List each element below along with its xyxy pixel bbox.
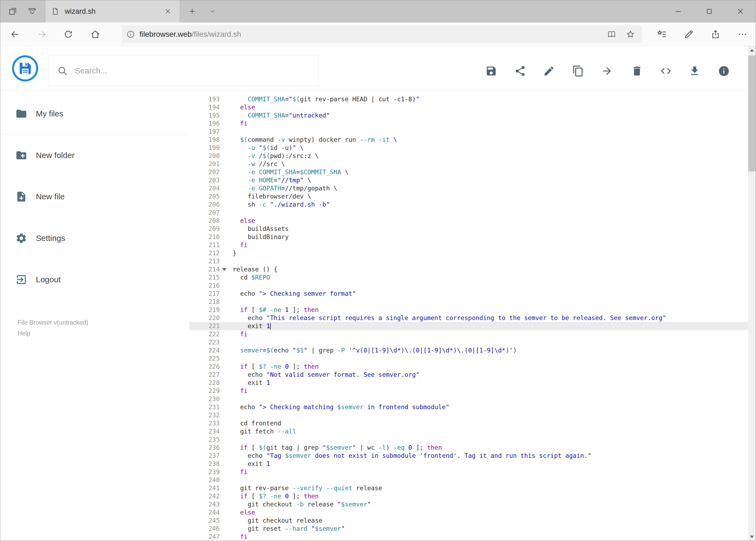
code-line[interactable]: 196 fi bbox=[189, 119, 748, 128]
reading-view-button[interactable] bbox=[604, 27, 619, 42]
code-line[interactable]: 225 bbox=[189, 354, 748, 362]
code-line[interactable]: 242 if [ $? -ne 0 ]; then bbox=[189, 492, 748, 500]
scrollbar-up-arrow[interactable] bbox=[748, 46, 756, 54]
code-line[interactable]: 246 git reset --hard "$semver" bbox=[189, 525, 748, 533]
code-line[interactable]: 236 if [ $(git tag | grep "$semver" | wc… bbox=[189, 443, 748, 452]
sidebar-item-new-file[interactable]: New file bbox=[0, 184, 189, 210]
favorite-button[interactable] bbox=[623, 27, 638, 42]
filebrowser-logo[interactable] bbox=[12, 55, 39, 82]
share-button[interactable] bbox=[513, 64, 528, 79]
copy-button[interactable] bbox=[571, 64, 586, 79]
move-button[interactable] bbox=[600, 64, 615, 79]
sidebar-item-settings[interactable]: Settings bbox=[0, 225, 189, 251]
url-field[interactable]: filebrowser.web/files/wizard.sh bbox=[122, 25, 642, 43]
code-line[interactable]: 247 fi bbox=[189, 533, 748, 541]
code-line[interactable]: 197 bbox=[189, 128, 748, 136]
code-line[interactable]: 241 git rev-parse --verify --quiet relea… bbox=[189, 484, 748, 492]
code-line[interactable]: 211 fi bbox=[189, 241, 748, 249]
code-line[interactable]: 209 buildAssets bbox=[189, 225, 748, 233]
help-link[interactable]: Help bbox=[18, 330, 30, 337]
tab-preview-toggle-button[interactable] bbox=[24, 0, 41, 22]
code-line[interactable]: 202 -e COMMIT_SHA=$COMMIT_SHA \ bbox=[189, 168, 748, 176]
code-line[interactable]: 207 bbox=[189, 209, 748, 217]
code-line[interactable]: 245 git checkout release bbox=[189, 516, 748, 525]
code-line[interactable]: 217 echo "> Checking semver format" bbox=[189, 289, 748, 297]
code-line[interactable]: 229 fi bbox=[189, 387, 748, 395]
back-button[interactable] bbox=[7, 27, 22, 42]
browser-menu-button[interactable] bbox=[735, 27, 750, 42]
code-line[interactable]: 206 sh -c "./wizard.sh -b" bbox=[189, 201, 748, 209]
code-line[interactable]: 208 else bbox=[189, 217, 748, 225]
code-line[interactable]: 234 git fetch --all bbox=[189, 427, 748, 435]
code-line[interactable]: 222 fi bbox=[189, 330, 748, 338]
code-line[interactable]: 243 git checkout -b release "$semver" bbox=[189, 500, 748, 508]
code-line[interactable]: 199 -u "$(id -u)" \ bbox=[189, 144, 748, 152]
sidebar-item-new-folder[interactable]: New folder bbox=[0, 142, 189, 168]
code-line[interactable]: 219 if [ $# -ne 1 ]; then bbox=[189, 306, 748, 314]
code-line[interactable]: 216 bbox=[189, 281, 748, 289]
code-line[interactable]: 239 fi bbox=[189, 468, 748, 476]
code-editor[interactable]: 193 COMMIT_SHA="$(git rev-parse HEAD | c… bbox=[189, 91, 748, 541]
code-line[interactable]: 193 COMMIT_SHA="$(git rev-parse HEAD | c… bbox=[189, 95, 748, 103]
code-line[interactable]: 223 bbox=[189, 338, 748, 346]
code-line[interactable]: 195 COMMIT_SHA="untracked" bbox=[189, 111, 748, 119]
info-button[interactable] bbox=[716, 64, 731, 79]
code-line[interactable]: 231 echo "> Checking matching $semver in… bbox=[189, 403, 748, 411]
browser-tab[interactable]: wizard.sh bbox=[45, 0, 180, 22]
save-button[interactable] bbox=[484, 64, 499, 79]
close-button[interactable] bbox=[725, 0, 756, 22]
rename-button[interactable] bbox=[541, 64, 557, 79]
delete-button[interactable] bbox=[630, 64, 644, 79]
download-button[interactable] bbox=[687, 64, 702, 79]
maximize-button[interactable] bbox=[694, 0, 725, 22]
code-line[interactable]: 201 -w //src \ bbox=[189, 160, 748, 168]
code-line[interactable]: 198 $(command -v winpty) docker run --rm… bbox=[189, 136, 748, 144]
code-line[interactable]: 214release () { bbox=[189, 265, 748, 273]
code-line[interactable]: 212} bbox=[189, 249, 748, 257]
page-scrollbar[interactable] bbox=[748, 46, 756, 541]
code-line[interactable]: 240 bbox=[189, 476, 748, 484]
code-line[interactable]: 230 bbox=[189, 395, 748, 403]
code-line[interactable]: 194 else bbox=[189, 103, 748, 111]
scrollbar-down-arrow[interactable] bbox=[748, 533, 756, 541]
code-line[interactable]: 213 bbox=[189, 257, 748, 265]
scrollbar-thumb[interactable] bbox=[748, 55, 756, 172]
code-line[interactable]: 224 semver=$(echo "$1" | grep -P '^v(0|[… bbox=[189, 346, 748, 354]
minimize-button[interactable] bbox=[662, 0, 694, 22]
hub-button[interactable] bbox=[654, 27, 670, 42]
forward-button[interactable] bbox=[35, 27, 50, 42]
code-line[interactable]: 233 cd frontend bbox=[189, 419, 748, 427]
code-line[interactable]: 215 cd $REPO bbox=[189, 273, 748, 281]
code-line[interactable]: 232 bbox=[189, 411, 748, 419]
code-line[interactable]: 218 bbox=[189, 297, 748, 306]
code-line[interactable]: 238 exit 1 bbox=[189, 460, 748, 468]
code-line[interactable]: 228 exit 1 bbox=[189, 379, 748, 387]
code-line[interactable]: 237 echo "Tag $semver does not exist in … bbox=[189, 452, 748, 460]
code-line[interactable]: 210 buildBinary bbox=[189, 233, 748, 241]
search-input[interactable] bbox=[75, 66, 310, 75]
tab-list-button[interactable] bbox=[204, 0, 221, 22]
share-page-button[interactable] bbox=[708, 27, 723, 42]
web-note-button[interactable] bbox=[681, 27, 696, 42]
code-line[interactable]: 205 filebrowser/dev \ bbox=[189, 192, 748, 201]
sidebar-item-my-files[interactable]: My files bbox=[0, 101, 189, 127]
code-line[interactable]: 235 bbox=[189, 435, 748, 443]
code-view-button[interactable] bbox=[658, 64, 673, 79]
tab-close-button[interactable] bbox=[162, 5, 174, 17]
home-button[interactable] bbox=[88, 27, 103, 42]
code-line[interactable]: 220 echo "This release script requires a… bbox=[189, 314, 748, 322]
code-line[interactable]: 204 -e GOPATH=//tmp/gopath \ bbox=[189, 184, 748, 192]
search-box[interactable] bbox=[49, 55, 319, 86]
code-line[interactable]: 203 -e HOME="//tmp" \ bbox=[189, 176, 748, 184]
site-info-icon[interactable] bbox=[126, 30, 135, 39]
sidebar-item-logout[interactable]: Logout bbox=[0, 267, 189, 292]
code-line[interactable]: 221 exit 1 bbox=[189, 322, 748, 330]
code-line[interactable]: 244 else bbox=[189, 508, 748, 516]
code-line[interactable]: 200 -v /$(pwd):/src:z \ bbox=[189, 152, 748, 160]
refresh-button[interactable] bbox=[61, 27, 76, 42]
new-tab-button[interactable] bbox=[183, 0, 201, 22]
code-line[interactable]: 227 echo "Not valid semver format. See s… bbox=[189, 370, 748, 379]
code-line[interactable]: 226 if [ $? -ne 0 ]; then bbox=[189, 362, 748, 370]
set-tabs-aside-button[interactable] bbox=[4, 0, 21, 22]
fold-arrow-icon[interactable] bbox=[222, 268, 226, 271]
